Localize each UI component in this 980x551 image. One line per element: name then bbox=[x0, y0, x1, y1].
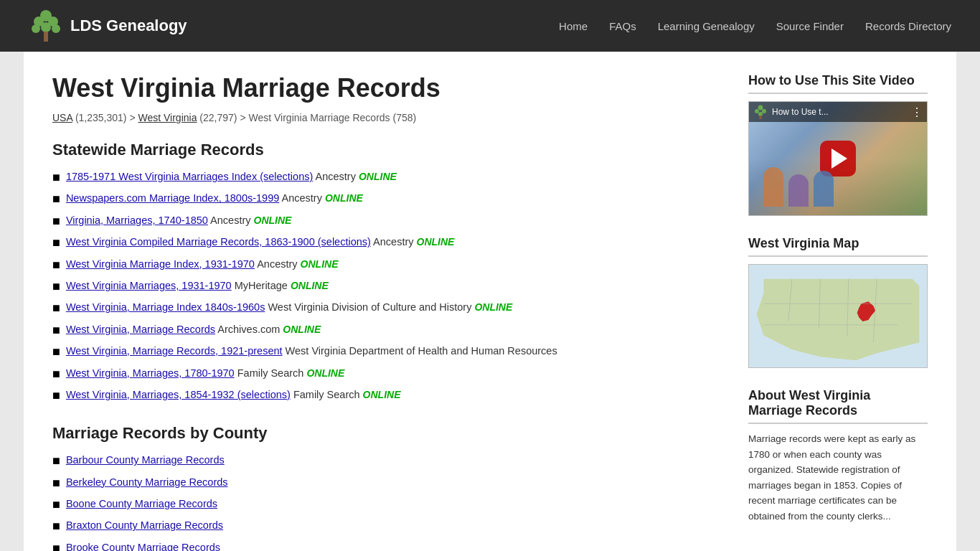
county-record-link[interactable]: Barbour County Marriage Records bbox=[66, 453, 225, 468]
statewide-list-item: ■West Virginia Marriages, 1931-1970 MyHe… bbox=[52, 278, 720, 295]
record-item-text: 1785-1971 West Virginia Marriages Index … bbox=[66, 169, 397, 185]
county-list-item: ■Berkeley County Marriage Records bbox=[52, 475, 720, 491]
bullet-icon: ■ bbox=[52, 278, 60, 295]
record-item-text: West Virginia, Marriage Records, 1921-pr… bbox=[66, 344, 557, 359]
online-badge: ONLINE bbox=[283, 324, 321, 335]
video-menu-icon[interactable]: ⋮ bbox=[911, 105, 923, 119]
county-record-link[interactable]: Berkeley County Marriage Records bbox=[66, 475, 228, 491]
nav-faqs[interactable]: FAQs bbox=[609, 20, 636, 32]
about-section-title: About West Virginia Marriage Records bbox=[748, 388, 928, 424]
online-badge: ONLINE bbox=[306, 367, 344, 379]
record-item-text: West Virginia, Marriage Records Archives… bbox=[66, 322, 321, 338]
nav-source-finder[interactable]: Source Finder bbox=[776, 20, 844, 32]
logo-area[interactable]: LDS Genealogy bbox=[29, 9, 187, 43]
record-link[interactable]: Virginia, Marriages, 1740-1850 bbox=[66, 215, 208, 226]
online-badge: ONLINE bbox=[359, 171, 397, 182]
record-source: Ancestry bbox=[279, 192, 325, 204]
breadcrumb-usa[interactable]: USA bbox=[52, 112, 72, 123]
record-item-text: West Virginia, Marriages, 1780-1970 Fami… bbox=[66, 366, 344, 382]
record-source: Family Search bbox=[235, 367, 307, 379]
video-title-bar: How to Use t... ⋮ bbox=[749, 102, 927, 122]
main-nav: Home FAQs Learning Genealogy Source Find… bbox=[559, 20, 951, 32]
record-item-text: West Virginia Compiled Marriage Records,… bbox=[66, 235, 455, 250]
bullet-icon: ■ bbox=[52, 191, 60, 207]
county-record-link[interactable]: Braxton County Marriage Records bbox=[66, 518, 223, 534]
record-item-text: West Virginia Marriages, 1931-1970 MyHer… bbox=[66, 278, 329, 294]
bullet-icon: ■ bbox=[52, 213, 60, 230]
online-badge: ONLINE bbox=[291, 280, 329, 291]
statewide-list-item: ■West Virginia, Marriage Index 1840s-196… bbox=[52, 300, 720, 316]
record-link[interactable]: West Virginia, Marriage Records bbox=[66, 324, 215, 335]
record-link[interactable]: West Virginia Compiled Marriage Records,… bbox=[66, 236, 371, 248]
record-link[interactable]: Newspapers.com Marriage Index, 1800s-199… bbox=[66, 192, 279, 204]
statewide-list-item: ■West Virginia, Marriages, 1780-1970 Fam… bbox=[52, 366, 720, 382]
svg-rect-11 bbox=[760, 116, 762, 119]
record-link[interactable]: West Virginia Marriage Index, 1931-1970 bbox=[66, 258, 255, 270]
record-item-text: Newspapers.com Marriage Index, 1800s-199… bbox=[66, 191, 363, 207]
record-link[interactable]: West Virginia, Marriages, 1854-1932 (sel… bbox=[66, 389, 291, 400]
video-thumb-inner: How to Use t... ⋮ bbox=[749, 102, 927, 215]
page-title: West Virginia Marriage Records bbox=[52, 73, 720, 103]
statewide-list-item: ■Virginia, Marriages, 1740-1850 Ancestry… bbox=[52, 213, 720, 230]
county-list-item: ■Boone County Marriage Records bbox=[52, 496, 720, 513]
online-badge: ONLINE bbox=[325, 192, 363, 204]
about-section-text: Marriage records were kept as early as 1… bbox=[748, 431, 928, 524]
statewide-list-item: ■West Virginia, Marriages, 1854-1932 (se… bbox=[52, 387, 720, 404]
bullet-icon: ■ bbox=[52, 366, 60, 382]
statewide-list-item: ■Newspapers.com Marriage Index, 1800s-19… bbox=[52, 191, 720, 207]
county-list-item: ■Brooke County Marriage Records bbox=[52, 540, 720, 551]
county-record-list: ■Barbour County Marriage Records■Berkele… bbox=[52, 453, 720, 551]
record-source: Ancestry bbox=[313, 171, 359, 182]
bullet-icon: ■ bbox=[52, 322, 60, 339]
statewide-list-item: ■West Virginia Marriage Index, 1931-1970… bbox=[52, 257, 720, 273]
county-section-heading: Marriage Records by County bbox=[52, 424, 720, 443]
svg-point-3 bbox=[32, 24, 40, 33]
bullet-icon: ■ bbox=[52, 540, 60, 551]
county-record-link[interactable]: Boone County Marriage Records bbox=[66, 496, 217, 512]
record-source: MyHeritage bbox=[232, 280, 291, 291]
wv-map[interactable] bbox=[748, 264, 928, 368]
bullet-icon: ■ bbox=[52, 169, 60, 186]
site-header: LDS Genealogy Home FAQs Learning Genealo… bbox=[0, 0, 980, 52]
record-source: Archives.com bbox=[215, 324, 283, 335]
record-link[interactable]: West Virginia, Marriage Records, 1921-pr… bbox=[66, 345, 283, 357]
video-title-text: How to Use t... bbox=[772, 107, 829, 117]
record-source: West Virginia Division of Culture and Hi… bbox=[265, 301, 474, 313]
logo-tree-icon bbox=[29, 9, 63, 43]
video-section-title: How to Use This Site Video bbox=[748, 73, 928, 94]
bullet-icon: ■ bbox=[52, 257, 60, 273]
svg-point-4 bbox=[41, 22, 51, 32]
record-source: Ancestry bbox=[255, 258, 301, 270]
record-link[interactable]: 1785-1971 West Virginia Marriages Index … bbox=[66, 171, 313, 182]
record-source: Ancestry bbox=[371, 236, 417, 248]
nav-home[interactable]: Home bbox=[559, 20, 588, 32]
record-link[interactable]: West Virginia, Marriage Index 1840s-1960… bbox=[66, 301, 265, 313]
bullet-icon: ■ bbox=[52, 300, 60, 316]
record-source: Ancestry bbox=[208, 215, 254, 226]
svg-point-8 bbox=[755, 109, 759, 113]
statewide-list-item: ■West Virginia, Marriage Records, 1921-p… bbox=[52, 344, 720, 360]
bullet-icon: ■ bbox=[52, 453, 60, 469]
breadcrumb-usa-count-val: (1,235,301) bbox=[75, 112, 127, 123]
video-thumbnail[interactable]: How to Use t... ⋮ bbox=[748, 101, 928, 216]
statewide-list-item: ■1785-1971 West Virginia Marriages Index… bbox=[52, 169, 720, 186]
main-content: West Virginia Marriage Records USA (1,23… bbox=[52, 73, 748, 551]
county-record-link[interactable]: Brooke County Marriage Records bbox=[66, 540, 220, 551]
breadcrumb-wv[interactable]: West Virginia bbox=[138, 112, 197, 123]
statewide-record-list: ■1785-1971 West Virginia Marriages Index… bbox=[52, 169, 720, 404]
record-link[interactable]: West Virginia, Marriages, 1780-1970 bbox=[66, 367, 235, 379]
map-section-title: West Virginia Map bbox=[748, 236, 928, 257]
nav-records-directory[interactable]: Records Directory bbox=[865, 20, 951, 32]
online-badge: ONLINE bbox=[301, 258, 339, 270]
online-badge: ONLINE bbox=[363, 389, 401, 400]
record-item-text: West Virginia, Marriages, 1854-1932 (sel… bbox=[66, 387, 401, 403]
bullet-icon: ■ bbox=[52, 518, 60, 534]
svg-point-5 bbox=[52, 24, 60, 33]
nav-learning-genealogy[interactable]: Learning Genealogy bbox=[658, 20, 755, 32]
content-area: West Virginia Marriage Records USA (1,23… bbox=[24, 52, 956, 551]
online-badge: ONLINE bbox=[474, 301, 512, 313]
record-link[interactable]: West Virginia Marriages, 1931-1970 bbox=[66, 280, 232, 291]
record-source: Family Search bbox=[291, 389, 363, 400]
page-wrapper: West Virginia Marriage Records USA (1,23… bbox=[24, 52, 956, 551]
logo-text: LDS Genealogy bbox=[70, 17, 187, 35]
